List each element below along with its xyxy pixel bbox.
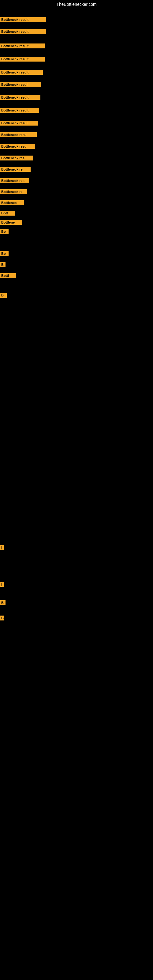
bottleneck-label: Bottleneck result: [0, 70, 43, 75]
bottleneck-label: Bottleneck result: [0, 43, 45, 48]
site-title: TheBottlenecker.com: [0, 0, 153, 9]
bottleneck-row: Bottleneck resul: [0, 121, 38, 127]
bottleneck-row: Bottleneck result: [0, 43, 45, 49]
bottleneck-label: B: [0, 600, 5, 605]
bottleneck-label: B: [0, 293, 7, 298]
bottleneck-row: Bottleneck resul: [0, 82, 41, 88]
bottleneck-row: Bottleneck res: [0, 178, 29, 185]
bottleneck-label: Bottleneck result: [0, 108, 39, 113]
bottleneck-row: Bottleneck result: [0, 108, 39, 114]
bottleneck-row: B: [0, 616, 4, 622]
bottleneck-label: Bottleneck resul: [0, 82, 41, 87]
bottleneck-label: |: [0, 545, 4, 550]
bottleneck-label: Bottl: [0, 273, 16, 278]
bottleneck-row: |: [0, 545, 4, 551]
bottleneck-label: Bottlenec: [0, 200, 24, 205]
bottleneck-row: Bottleneck re: [0, 167, 30, 173]
bottleneck-row: Bo: [0, 229, 9, 235]
bottleneck-row: Bottlenec: [0, 200, 24, 207]
bottleneck-row: Bottl: [0, 273, 16, 279]
bottleneck-row: Bottleneck result: [0, 95, 40, 101]
bottleneck-label: Bottleneck result: [0, 17, 46, 22]
bottleneck-row: Bottlene: [0, 220, 22, 226]
bottleneck-row: Bo: [0, 251, 9, 257]
bottleneck-label: Bottleneck result: [0, 29, 46, 34]
bottleneck-row: Bottleneck result: [0, 70, 43, 76]
bottleneck-row: Bottleneck re: [0, 189, 27, 196]
bottleneck-row: Bottleneck res: [0, 156, 33, 162]
bottleneck-row: |: [0, 582, 4, 588]
bottleneck-label: Bottleneck result: [0, 57, 45, 62]
bottleneck-row: Bottleneck result: [0, 57, 45, 63]
bottleneck-label: Bottleneck res: [0, 156, 33, 161]
bottleneck-label: Bottleneck resul: [0, 121, 38, 126]
bottleneck-row: B: [0, 262, 5, 268]
bottleneck-label: Bottleneck res: [0, 178, 29, 183]
bottleneck-label: Bottleneck result: [0, 95, 40, 100]
bottleneck-row: B: [0, 293, 7, 299]
bottleneck-label: Bottleneck resu: [0, 144, 35, 149]
bottleneck-label: B: [0, 616, 4, 620]
bottleneck-row: Bottleneck result: [0, 29, 46, 35]
bottleneck-label: Bottlene: [0, 220, 22, 225]
bottleneck-row: Bottleneck resu: [0, 132, 37, 138]
bottleneck-row: Bottleneck result: [0, 17, 46, 23]
bottleneck-label: Bott: [0, 211, 15, 216]
bottleneck-row: Bottleneck resu: [0, 144, 35, 150]
bottleneck-label: |: [0, 582, 4, 587]
bottleneck-row: Bott: [0, 211, 15, 217]
bottleneck-label: Bo: [0, 251, 9, 256]
bottleneck-row: B: [0, 600, 5, 606]
bottleneck-label: Bottleneck resu: [0, 132, 37, 137]
bottleneck-label: Bo: [0, 229, 9, 234]
bottleneck-label: Bottleneck re: [0, 189, 27, 194]
bottleneck-label: Bottleneck re: [0, 167, 30, 172]
bottleneck-label: B: [0, 262, 5, 267]
